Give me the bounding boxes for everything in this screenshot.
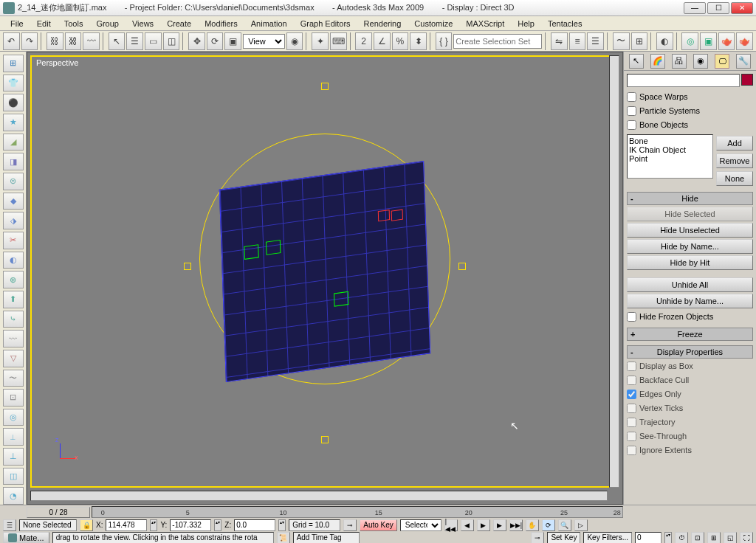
bind-spacewarp-button[interactable]: 〰 (83, 32, 100, 50)
named-sel-button[interactable]: { } (436, 32, 453, 50)
dispprop-checkbox-3[interactable] (627, 404, 636, 413)
quick-render-button[interactable]: 🫖 (736, 32, 753, 50)
tool-biped-icon[interactable]: ⊥ (3, 448, 24, 466)
mirror-button[interactable]: ⇋ (551, 32, 568, 50)
current-frame-input[interactable] (635, 532, 662, 544)
redo-button[interactable]: ↷ (21, 32, 38, 50)
menu-rendering[interactable]: Rendering (358, 18, 408, 30)
menu-maxscript[interactable]: MAXScript (460, 18, 510, 30)
x-input[interactable] (106, 519, 147, 531)
tab-panel-dynamics-icon[interactable]: ⊜ (3, 173, 24, 190)
dispprop-checkbox-2[interactable] (627, 390, 636, 399)
list-item[interactable]: Bone (629, 136, 711, 145)
object-color-swatch[interactable] (741, 74, 753, 86)
menu-graph-editors[interactable]: Graph Editors (295, 18, 357, 30)
snap-percent-button[interactable]: % (392, 32, 409, 50)
window-crossing-button[interactable]: ◫ (163, 32, 180, 50)
select-region-button[interactable]: ▭ (145, 32, 162, 50)
tab-panel-compound-icon[interactable]: ⚫ (3, 94, 24, 111)
none-button[interactable]: None (716, 171, 753, 186)
arc-handle-left[interactable] (184, 263, 191, 270)
menu-group[interactable]: Group (90, 18, 125, 30)
tab-panel-nurbs-icon[interactable]: ◨ (3, 153, 24, 170)
goto-end-button[interactable]: ▶▶| (509, 519, 523, 531)
keyboard-shortcut-button[interactable]: ⌨ (330, 32, 347, 50)
tool-morph-icon[interactable]: ◔ (3, 487, 24, 505)
hide-by-hit-button[interactable]: Hide by Hit (627, 255, 753, 270)
tool-edit-mesh-icon[interactable]: ◆ (3, 193, 24, 210)
lock-button[interactable]: 🔒 (80, 519, 93, 531)
arc-handle-right[interactable] (458, 263, 466, 270)
render-setup-button[interactable]: ◎ (681, 32, 698, 50)
menu-file[interactable]: File (4, 18, 30, 30)
tab-panel-extended-icon[interactable]: 👕 (3, 75, 24, 92)
motion-tab[interactable]: ◉ (693, 54, 708, 69)
arc-handle-top[interactable] (321, 83, 329, 90)
tab-panel-standard-icon[interactable]: ⊞ (3, 55, 24, 72)
search-input[interactable] (627, 74, 740, 87)
select-button[interactable]: ↖ (109, 32, 126, 50)
display-props-rollout[interactable]: -Display Properties (627, 345, 753, 359)
material-taskbar-button[interactable]: Mate... (3, 532, 49, 544)
scale-button[interactable]: ▣ (224, 32, 241, 50)
tool-lathe-icon[interactable]: ⊕ (3, 271, 24, 288)
hide-unselected-button[interactable]: Hide Unselected (627, 223, 753, 238)
play-button[interactable]: ▶ (477, 519, 490, 531)
menu-create[interactable]: Create (161, 18, 197, 30)
helper-type-list[interactable]: Bone IK Chain Object Point (627, 134, 713, 179)
nav-max-toggle-button[interactable]: ⛶ (740, 532, 753, 544)
dispprop-checkbox-5[interactable] (627, 432, 636, 441)
dispprop-checkbox-0[interactable] (627, 362, 636, 371)
nav-arc-button[interactable]: ⟳ (542, 519, 555, 531)
tab-panel-patch-icon[interactable]: ◢ (3, 134, 24, 151)
dispprop-checkbox-4[interactable] (627, 418, 636, 427)
unlink-button[interactable]: ⛓̸ (65, 32, 82, 50)
hide-rollout[interactable]: -Hide (627, 192, 753, 205)
tool-twist-icon[interactable]: 〰 (3, 330, 24, 347)
material-editor-button[interactable]: ◐ (656, 32, 673, 50)
tool-ffd-icon[interactable]: ⊡ (3, 389, 24, 407)
nav-region-button[interactable]: ◱ (724, 532, 737, 544)
y-input[interactable] (170, 519, 211, 531)
pivot-button[interactable]: ◉ (286, 32, 303, 50)
viewport-vscroll[interactable] (609, 55, 619, 488)
menu-modifiers[interactable]: Modifiers (199, 18, 244, 30)
nav-zoom-ext-button[interactable]: ⊡ (691, 532, 704, 544)
freeze-rollout[interactable]: +Freeze (627, 328, 753, 341)
hide-by-name-button[interactable]: Hide by Name... (627, 239, 753, 254)
tool-bend-icon[interactable]: ⤷ (3, 311, 24, 328)
viewport-hscroll[interactable] (30, 491, 608, 501)
goto-start-button[interactable]: |◀◀ (444, 519, 458, 531)
tool-shell-icon[interactable]: ◎ (3, 409, 24, 426)
time-config-button[interactable]: ⏱ (675, 532, 688, 544)
keymode-button[interactable]: ⊸ (343, 519, 357, 531)
next-frame-button[interactable]: ▶ (493, 519, 506, 531)
track-bar-button[interactable]: ☰ (3, 519, 16, 531)
spinner-snap-button[interactable]: ⬍ (410, 32, 427, 50)
nav-zoom-button[interactable]: 🔍 (558, 519, 571, 531)
schematic-button[interactable]: ⊞ (631, 32, 648, 50)
keyfilter-dropdown[interactable]: Selected (400, 519, 441, 531)
close-button[interactable]: ✕ (731, 2, 753, 14)
menu-edit[interactable]: Edit (31, 18, 57, 30)
undo-button[interactable]: ↶ (3, 32, 20, 50)
z-input[interactable] (234, 519, 275, 531)
bone-objects-checkbox[interactable] (627, 120, 636, 130)
viewport-area[interactable]: Perspective x z ↖ (27, 52, 623, 505)
menu-help[interactable]: Help (512, 18, 540, 30)
tool-noise-icon[interactable]: 〜 (3, 370, 24, 387)
tool-skin-icon[interactable]: ◫ (3, 468, 24, 485)
keyfilters-button[interactable]: Key Filters... (583, 532, 632, 544)
hide-frozen-checkbox[interactable] (627, 312, 636, 322)
dispprop-checkbox-1[interactable] (627, 376, 636, 385)
menu-animation[interactable]: Animation (245, 18, 293, 30)
hierarchy-tab[interactable]: 品 (672, 54, 687, 69)
menu-tentacles[interactable]: Tentacles (542, 18, 588, 30)
snap-angle-button[interactable]: ∠ (374, 32, 391, 50)
unhide-by-name-button[interactable]: Unhide by Name... (627, 294, 753, 308)
nav-pan-button[interactable]: ✋ (526, 519, 539, 531)
perspective-viewport[interactable]: Perspective x z ↖ (30, 55, 619, 488)
tool-edit-poly-icon[interactable]: ⬗ (3, 212, 24, 229)
list-item[interactable]: IK Chain Object (629, 145, 711, 154)
align-button[interactable]: ≡ (569, 32, 586, 50)
